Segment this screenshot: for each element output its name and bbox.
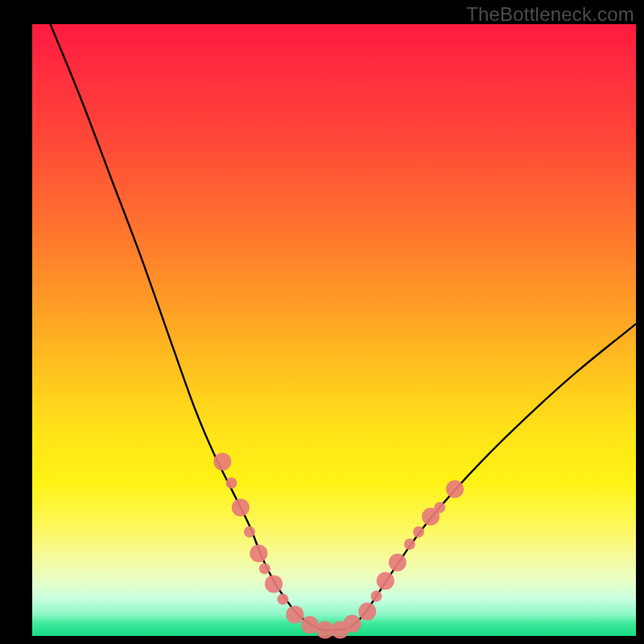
- data-marker: [446, 481, 464, 498]
- data-marker: [213, 452, 231, 470]
- marker-group: [213, 452, 464, 638]
- data-marker: [226, 477, 237, 489]
- chart-svg: [32, 24, 636, 636]
- data-marker: [389, 554, 407, 572]
- data-marker: [250, 544, 267, 562]
- data-marker: [286, 605, 303, 623]
- data-marker: [259, 563, 270, 574]
- plot-area: [32, 24, 636, 636]
- data-marker: [232, 498, 250, 516]
- data-marker: [244, 526, 255, 538]
- chart-frame: TheBottleneck.com: [0, 0, 644, 644]
- data-marker: [404, 539, 415, 550]
- watermark-text: TheBottleneck.com: [466, 3, 634, 26]
- data-marker: [377, 572, 394, 590]
- data-marker: [413, 526, 424, 538]
- data-marker: [277, 593, 288, 605]
- data-marker: [371, 591, 382, 602]
- data-marker: [301, 616, 319, 634]
- data-marker: [434, 502, 445, 513]
- data-marker: [358, 603, 376, 621]
- bottleneck-curve-line: [51, 24, 637, 630]
- data-marker: [344, 615, 361, 633]
- data-marker: [265, 575, 283, 592]
